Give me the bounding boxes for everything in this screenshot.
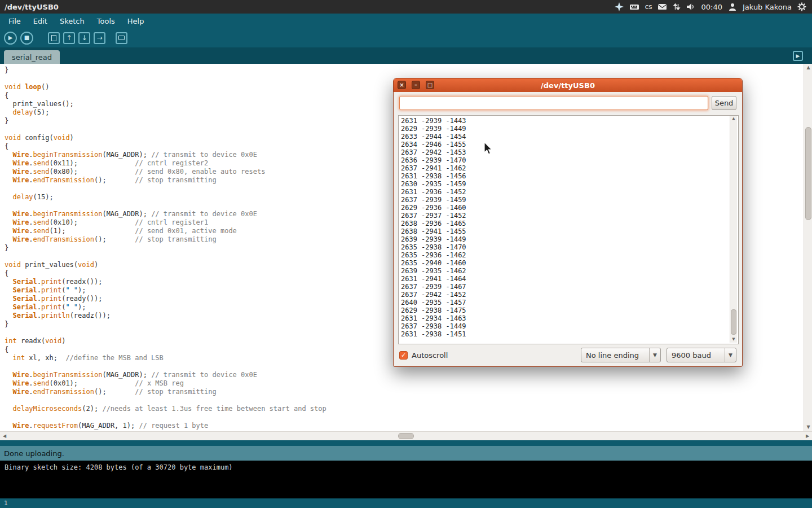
open-button[interactable]: ↑ <box>63 32 75 44</box>
code-line: Wire.endTransmission(); // stop transmit… <box>5 388 812 396</box>
indicator-icon[interactable] <box>615 2 624 11</box>
new-file-icon <box>51 35 56 41</box>
play-icon: ▶ <box>8 35 13 41</box>
serial-controls: ✓ Autoscroll No line ending ▼ 9600 baud … <box>399 348 736 362</box>
serial-monitor-button[interactable] <box>116 32 127 44</box>
stop-icon: ■ <box>24 35 29 41</box>
save-button[interactable]: ↓ <box>78 32 90 44</box>
serial-scroll-up-icon[interactable]: ▲ <box>730 116 737 122</box>
serial-window-title: /dev/ttyUSB0 <box>541 81 595 90</box>
verify-button[interactable]: ▶ <box>4 32 17 45</box>
check-icon: ✓ <box>401 352 406 359</box>
gear-icon[interactable] <box>797 2 806 11</box>
serial-line: 2637 -2939 -1459 <box>401 196 736 204</box>
network-arrows-icon[interactable] <box>673 2 681 11</box>
scroll-right-icon[interactable]: ▶ <box>803 432 812 441</box>
clock[interactable]: 00:40 <box>701 3 722 11</box>
serial-line: 2637 -2939 -1467 <box>401 283 736 291</box>
minimize-button[interactable]: – <box>412 81 420 89</box>
serial-line: 2634 -2946 -1455 <box>401 141 736 148</box>
menu-item-sketch[interactable]: Sketch <box>54 15 91 28</box>
baud-rate-select[interactable]: 9600 baud ▼ <box>667 348 736 362</box>
horizontal-scroll-thumb[interactable] <box>398 433 414 439</box>
arrow-right-icon: → <box>96 34 102 41</box>
tab-menu-button[interactable]: ▶ <box>793 51 803 61</box>
menu-item-help[interactable]: Help <box>121 15 151 28</box>
serial-line: 2631 -2939 -1443 <box>401 117 736 125</box>
scroll-up-icon[interactable]: ▲ <box>804 64 812 72</box>
system-tray: cs 00:40 Jakub Kakona <box>615 2 812 11</box>
editor-horizontal-scrollbar[interactable]: ◀ ▶ <box>0 431 812 440</box>
arrow-down-icon: ↓ <box>81 34 87 41</box>
maximize-icon: □ <box>427 82 433 88</box>
serial-line: 2637 -2942 -1452 <box>401 291 736 299</box>
system-panel: /dev/ttyUSB0 cs 00:40 Jakub Kakona <box>0 0 812 14</box>
serial-line: 2630 -2935 -1459 <box>401 180 736 188</box>
editor-vertical-scrollbar[interactable]: ▲ ▼ <box>804 64 812 431</box>
volume-icon[interactable] <box>686 2 695 11</box>
serial-line: 2637 -2937 -1452 <box>401 212 736 220</box>
serial-line: 2629 -2938 -1475 <box>401 306 736 314</box>
maximize-button[interactable]: □ <box>426 81 434 89</box>
autoscroll-checkbox[interactable]: ✓ <box>399 351 408 360</box>
close-icon: × <box>399 82 404 88</box>
serial-line: 2633 -2944 -1454 <box>401 133 736 141</box>
tab-label: serial_read <box>12 53 52 62</box>
close-button[interactable]: × <box>398 81 406 89</box>
upload-button[interactable]: → <box>94 32 105 44</box>
serial-line: 2631 -2938 -1451 <box>401 330 736 338</box>
code-line: Wire.beginTransmission(MAG_ADDR); // tra… <box>5 371 812 379</box>
stop-button[interactable]: ■ <box>20 32 33 45</box>
serial-input[interactable] <box>399 96 708 110</box>
serial-line: 2631 -2941 -1464 <box>401 275 736 283</box>
menu-item-tools[interactable]: Tools <box>91 15 121 28</box>
line-number-indicator: 1 <box>4 500 8 507</box>
tab-bar: serial_read ▶ <box>0 47 812 64</box>
chevron-down-icon: ▼ <box>725 348 736 362</box>
code-line: delayMicroseconds(2); //needs at least 1… <box>5 405 812 413</box>
status-bar: Done uploading. <box>0 446 812 461</box>
line-ending-select[interactable]: No line ending ▼ <box>581 348 661 362</box>
serial-monitor-icon <box>118 36 125 40</box>
scroll-down-icon[interactable]: ▼ <box>804 423 812 431</box>
serial-scroll-down-icon[interactable]: ▼ <box>730 336 737 343</box>
tab-menu-icon: ▶ <box>796 53 800 59</box>
keyboard-layout-indicator[interactable]: cs <box>645 3 652 11</box>
keyboard-icon[interactable] <box>629 2 639 11</box>
serial-line: 2629 -2936 -1460 <box>401 204 736 212</box>
status-gap <box>0 440 812 446</box>
serial-line: 2637 -2938 -1449 <box>401 322 736 330</box>
serial-monitor-window: × – □ /dev/ttyUSB0 Send 2631 -2939 -1443… <box>393 78 743 367</box>
panel-window-title: /dev/ttyUSB0 <box>0 3 59 11</box>
new-sketch-button[interactable] <box>48 32 60 44</box>
menu-item-edit[interactable]: Edit <box>27 15 54 28</box>
arrow-up-icon: ↑ <box>66 34 72 41</box>
serial-line: 2631 -2934 -1463 <box>401 314 736 322</box>
username-menu[interactable]: Jakub Kakona <box>743 3 792 11</box>
serial-line: 2631 -2936 -1452 <box>401 188 736 196</box>
mail-icon[interactable] <box>657 2 667 11</box>
autoscroll-label: Autoscroll <box>412 351 448 360</box>
minimize-icon: – <box>414 82 417 88</box>
serial-scrollbar[interactable]: ▲ ▼ <box>730 116 737 343</box>
code-line: Wire.requestFrom(MAG_ADDR, 1); // reques… <box>5 422 812 430</box>
serial-line: 2637 -2941 -1462 <box>401 164 736 172</box>
vertical-scroll-thumb[interactable] <box>805 127 811 220</box>
serial-scroll-thumb[interactable] <box>731 309 736 335</box>
scroll-left-icon[interactable]: ◀ <box>0 432 9 441</box>
menu-item-file[interactable]: File <box>2 15 27 28</box>
serial-line: 2638 -2936 -1465 <box>401 220 736 227</box>
serial-line: 2636 -2939 -1470 <box>401 156 736 164</box>
serial-line: 2637 -2942 -1453 <box>401 148 736 156</box>
console-text: Binary sketch size: 4208 bytes (of a 307… <box>5 463 233 471</box>
code-line <box>5 396 812 405</box>
serial-output[interactable]: 2631 -2939 -14432629 -2939 -14492633 -29… <box>398 115 739 344</box>
baud-rate-value: 9600 baud <box>667 351 725 360</box>
footer-bar: 1 <box>0 498 812 508</box>
serial-window-titlebar[interactable]: × – □ /dev/ttyUSB0 <box>394 78 742 92</box>
send-button[interactable]: Send <box>712 96 736 110</box>
serial-line: 2635 -2940 -1460 <box>401 259 736 267</box>
chevron-down-icon: ▼ <box>649 348 660 362</box>
mouse-cursor <box>484 142 494 157</box>
tab-serial-read[interactable]: serial_read <box>4 50 60 64</box>
